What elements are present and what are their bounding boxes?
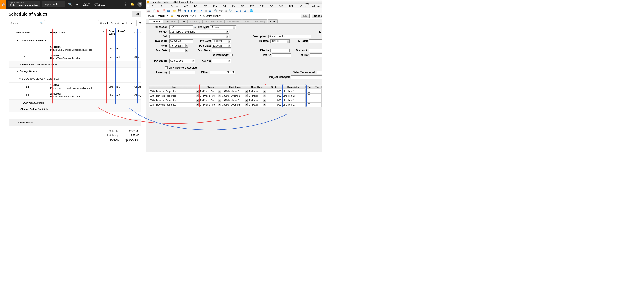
- group-by-dropdown[interactable]: Group by: Commitment Li…×▾: [98, 20, 137, 26]
- transaction-field[interactable]: 464: [169, 25, 193, 29]
- menu-sd[interactable]: S/D: [279, 5, 283, 7]
- bell-icon[interactable]: 🔔: [130, 2, 134, 6]
- attach-icon[interactable]: 📎: [229, 9, 232, 12]
- table-row[interactable]: 1 1.10100.1Phase One.General Conditions.…: [9, 44, 141, 53]
- edit-button[interactable]: Edit: [132, 11, 142, 17]
- tab-inventory[interactable]: Inventory: [188, 19, 202, 23]
- ret-amt-field[interactable]: 45.00: [310, 53, 322, 57]
- grid-icon[interactable]: ▦: [167, 9, 170, 12]
- link-icon[interactable]: ⛓: [225, 9, 228, 12]
- column-menu-icon[interactable]: ⋮: [44, 31, 48, 34]
- export-icon[interactable]: 🗋: [244, 9, 246, 12]
- menu-ar[interactable]: A/R: [194, 5, 198, 7]
- other-field[interactable]: 900.00: [210, 71, 235, 74]
- table-row[interactable]: 1.2 2.10250.2Phase Two.Overheads.Labor L…: [9, 91, 141, 100]
- menu-record[interactable]: Record: [171, 5, 178, 7]
- menu-window[interactable]: Window: [312, 5, 320, 7]
- column-menu-icon[interactable]: ⋮: [102, 31, 107, 34]
- tab-lien-waiver[interactable]: Lien Waiver: [224, 19, 242, 23]
- section-change-orders[interactable]: ▾Change Orders: [9, 68, 141, 75]
- sales-tax-field[interactable]: [317, 71, 322, 74]
- tab-udf[interactable]: UDF: [268, 19, 278, 23]
- last-icon[interactable]: ▶|: [194, 9, 197, 12]
- inv-total-field[interactable]: 900.00: [309, 39, 322, 43]
- tab-recurring[interactable]: Recurring: [252, 19, 268, 23]
- menu-eq[interactable]: E/Q: [204, 5, 208, 7]
- disc-date-field[interactable]: [169, 49, 188, 52]
- apps-menu[interactable]: Apps Select an App: [94, 2, 107, 6]
- inv-date-field[interactable]: 09/30/24: [212, 39, 231, 43]
- tab-equipment-fuel[interactable]: Equipment Fuel: [203, 19, 224, 23]
- disc-amt-field[interactable]: [309, 49, 322, 52]
- menu-gl[interactable]: G/L: [222, 5, 226, 7]
- posub-select[interactable]: SC-908-001: [169, 59, 195, 63]
- lines-icon[interactable]: ≣: [236, 9, 238, 12]
- grid-row[interactable]: 908 - Traverse Properties 2 - Phase Two …: [149, 94, 322, 98]
- prev-icon[interactable]: ◀: [187, 9, 189, 12]
- globe-icon[interactable]: 🌐: [250, 9, 253, 12]
- search-input[interactable]: [10, 22, 43, 24]
- search-box[interactable]: 🔍: [8, 20, 45, 26]
- book-icon[interactable]: 📖: [147, 9, 150, 12]
- ret-pct-field[interactable]: [272, 53, 291, 57]
- clear-icon[interactable]: ×: [130, 22, 132, 24]
- page-icon[interactable]: 📄: [152, 9, 155, 12]
- menu-pr[interactable]: P/R: [260, 5, 264, 7]
- project-tools-dropdown[interactable]: Project Tools: [42, 1, 65, 7]
- trx-date-field[interactable]: 09/30/24: [270, 39, 290, 43]
- menu-up[interactable]: U/P: [298, 5, 302, 7]
- table-row[interactable]: 1.1 1.10100.1Phase One.General Condition…: [9, 83, 141, 91]
- first-icon[interactable]: |◀: [183, 9, 186, 12]
- vendor-select[interactable]: 116 - ABC Office supply: [169, 30, 229, 34]
- favorites-menu[interactable]: ★: [76, 2, 78, 6]
- menu-fa[interactable]: F/A: [213, 5, 217, 7]
- menu-ps[interactable]: P/S: [270, 5, 274, 7]
- tab-general[interactable]: General: [149, 19, 163, 23]
- help-icon[interactable]: ❔: [123, 2, 127, 6]
- home-button[interactable]: 🏠: [0, 0, 6, 8]
- description-field[interactable]: Sample Invoice: [268, 35, 311, 38]
- cancel-icon[interactable]: ⊠: [157, 9, 159, 12]
- column-menu-icon[interactable]: ⋮: [128, 31, 132, 34]
- avatar[interactable]: DE: [137, 2, 142, 7]
- erp-selector[interactable]: Agave Demo ERP 908 - Traverse Properties: [8, 1, 40, 7]
- sql-icon[interactable]: SQL: [219, 9, 223, 12]
- next-icon[interactable]: ▶: [191, 9, 193, 12]
- job-select[interactable]: [169, 35, 229, 38]
- trx-type-select[interactable]: Regular: [210, 25, 236, 29]
- due-date-field[interactable]: 10/30/24: [212, 44, 231, 48]
- delete-row-icon[interactable]: ✖: [200, 9, 203, 12]
- disc-pct-field[interactable]: [270, 49, 290, 52]
- collapse-icon[interactable]: ⇕: [13, 31, 15, 34]
- pin-icon[interactable]: 📍: [162, 9, 166, 12]
- disc-base-field[interactable]: [212, 49, 231, 52]
- cancel-button[interactable]: Cancel: [312, 14, 322, 18]
- menu-file[interactable]: File: [152, 5, 156, 7]
- table-row[interactable]: 2 2.10250.2Phase Two.Overheads.Labor Lin…: [9, 53, 141, 61]
- menu-jc[interactable]: J/C: [241, 5, 244, 7]
- columns-settings-icon[interactable]: ⚙: [139, 21, 142, 25]
- project-manager-select[interactable]: [291, 75, 322, 79]
- tab-tax[interactable]: Tax: [179, 19, 188, 23]
- sub-section-cco[interactable]: ▾1 CCO #001 CE #007 - Sample CO: [9, 75, 141, 83]
- search-icon[interactable]: 🔍: [68, 2, 72, 6]
- link-inventory-checkbox[interactable]: [165, 66, 168, 69]
- terms-select[interactable]: 30 - 30 Days: [169, 44, 188, 48]
- grid-row[interactable]: 908 - Traverse Properties 1 - Phase One …: [149, 98, 322, 103]
- use-retainage-checkbox[interactable]: ✔: [230, 54, 232, 56]
- trash-icon[interactable]: 🗑: [204, 9, 207, 12]
- menu-in[interactable]: I/N: [232, 5, 235, 7]
- zoom-icon[interactable]: 🔍: [214, 9, 218, 12]
- save-icon[interactable]: 💾: [178, 9, 181, 12]
- grid-row[interactable]: 908 - Traverse Properties 1 - Phase One …: [149, 89, 322, 94]
- menu-ap[interactable]: A/P: [184, 5, 188, 7]
- tab-misc[interactable]: Misc: [242, 19, 252, 23]
- list-icon[interactable]: ☰: [208, 9, 211, 12]
- favorites-admin[interactable]: Favorites Admin: [83, 2, 90, 6]
- search-icon[interactable]: 🔍: [194, 26, 197, 28]
- tab-additional[interactable]: Additional: [163, 19, 178, 23]
- grid-row[interactable]: 908 - Traverse Properties 2 - Phase Two …: [149, 103, 322, 107]
- menu-pc[interactable]: P/C: [250, 5, 254, 7]
- folder-icon[interactable]: 📁: [173, 9, 176, 12]
- menu-tm[interactable]: T/M: [289, 5, 293, 7]
